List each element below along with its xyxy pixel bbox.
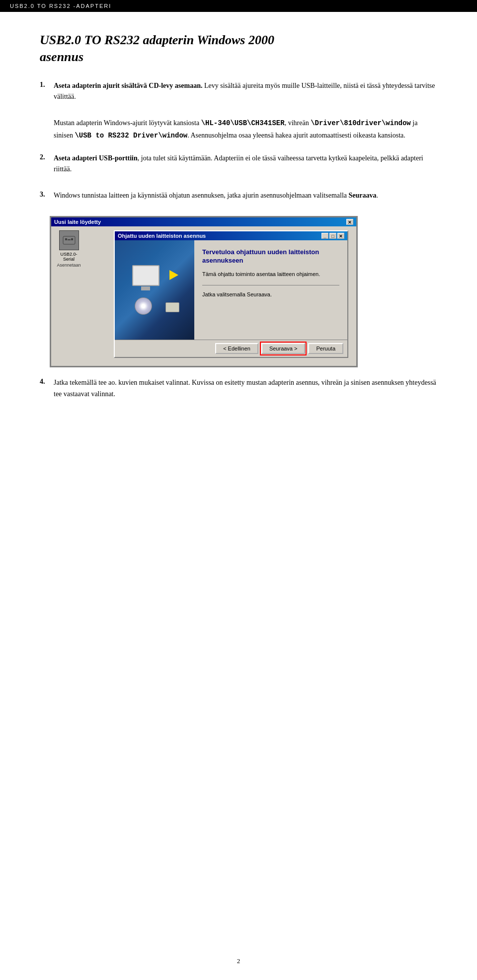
cancel-button[interactable]: Peruuta <box>308 343 343 354</box>
mustan-path2: \Driver\810driver\window <box>311 119 411 127</box>
wizard-divider <box>202 285 339 285</box>
inner-titlebar-buttons: _ □ ✕ <box>321 233 344 239</box>
section-1-heading: Aseta adapterin ajurit sisältävä CD-levy… <box>54 82 202 89</box>
section-2-content: Aseta adapteri USB-porttiin, jota tulet … <box>54 153 437 179</box>
outer-title-text: Uusi laite löydetty <box>54 219 101 225</box>
svg-rect-1 <box>65 238 67 240</box>
svg-rect-3 <box>68 239 71 240</box>
section-3-end: . <box>377 192 379 199</box>
section-4: 4. Jatka tekemällä tee ao. kuvien mukais… <box>40 377 437 404</box>
mustan-text2: , vihreän <box>285 119 311 127</box>
section-1-number: 1. <box>40 81 50 89</box>
wizard-graphic <box>115 240 194 340</box>
inner-minimize-button[interactable]: _ <box>321 233 328 239</box>
header-bar: USB2.0 TO RS232 -ADAPTERI <box>0 0 477 12</box>
section-1: 1. Aseta adapterin ajurit sisältävä CD-l… <box>40 80 437 107</box>
outer-body: USB2.0-Serial Asennetaan Ohjattu uuden l… <box>51 226 356 366</box>
device-label: USB2.0-Serial <box>55 252 82 262</box>
title-usb: USB2.0 TO RS232 <box>40 33 143 47</box>
arrow-shape <box>169 270 178 280</box>
plug-shape <box>165 302 179 312</box>
main-content: USB2.0 TO RS232 adapterin Windows 2000 a… <box>0 12 477 444</box>
section-2: 2. Aseta adapteri USB-porttiin, jota tul… <box>40 153 437 179</box>
inner-maximize-button[interactable]: □ <box>329 233 336 239</box>
wizard-footer-text: Jatka valitsemalla Seuraava. <box>202 291 339 297</box>
section-4-number: 4. <box>40 378 50 386</box>
section-3-content: Windows tunnistaa laitteen ja käynnistää… <box>54 190 437 205</box>
wizard-body: Tervetuloa ohjattuun uuden laitteiston a… <box>115 240 347 340</box>
usb-icon <box>61 232 77 248</box>
header-text: USB2.0 TO RS232 -ADAPTERI <box>10 3 111 9</box>
wizard-heading: Tervetuloa ohjattuun uuden laitteiston a… <box>202 248 339 265</box>
outer-titlebar-buttons: ✕ <box>346 219 353 225</box>
section-1-content: Aseta adapterin ajurit sisältävä CD-levy… <box>54 80 437 107</box>
monitor-stand <box>141 286 150 290</box>
section-3-bold-word: Seuraava <box>349 192 377 199</box>
svg-rect-2 <box>71 238 73 240</box>
inner-titlebar: Ohjattu uuden laitteiston asennus _ □ ✕ <box>115 231 347 240</box>
section-4-content: Jatka tekemällä tee ao. kuvien mukaiset … <box>54 377 437 404</box>
wizard-buttons: < Edellinen Seuraava > Peruuta <box>115 340 347 357</box>
next-button[interactable]: Seuraava > <box>261 343 306 354</box>
wizard-left-panel <box>115 240 194 340</box>
inner-close-button[interactable]: ✕ <box>337 233 344 239</box>
section-2-comma: , jota tulet sitä käyttämään. <box>138 154 213 162</box>
mustan-text1: Mustan adapterin Windows-ajurit löytyvät… <box>54 119 201 127</box>
wizard-right-panel: Tervetuloa ohjattuun uuden laitteiston a… <box>194 240 347 340</box>
section-3-body: Windows tunnistaa laitteen ja käynnistää… <box>54 192 349 199</box>
section-3: 3. Windows tunnistaa laitteen ja käynnis… <box>40 190 437 205</box>
page-title: USB2.0 TO RS232 adapterin Windows 2000 a… <box>40 32 437 66</box>
mustan-path1: \HL-340\USB\CH341SER <box>201 119 285 127</box>
device-section: USB2.0-Serial Asennetaan <box>55 230 82 268</box>
outer-titlebar: Uusi laite löydetty ✕ <box>51 217 356 226</box>
device-status: Asennetaan <box>57 263 80 268</box>
outer-window: Uusi laite löydetty ✕ <box>50 216 357 367</box>
mustan-path3: \USB to RS232 Driver\window <box>75 132 187 140</box>
section-4-text: Jatka tekemällä tee ao. kuvien mukaiset … <box>54 379 436 397</box>
inner-title-text: Ohjattu uuden laitteiston asennus <box>118 233 206 239</box>
wizard-shapes <box>125 258 184 322</box>
monitor-shape <box>132 265 159 286</box>
cd-shape <box>135 297 152 315</box>
wizard-text: Tämä ohjattu toiminto asentaa laitteen o… <box>202 270 339 279</box>
section-2-number: 2. <box>40 153 50 161</box>
page-footer: 2 <box>0 957 477 965</box>
mustan-text4: . Asennusohjelma osaa yleensä hakea ajur… <box>187 132 405 139</box>
section-3-number: 3. <box>40 191 50 199</box>
section-mustan: Mustan adapterin Windows-ajurit löytyvät… <box>54 117 437 142</box>
screenshot-container: Uusi laite löydetty ✕ <box>50 216 358 367</box>
device-icon <box>59 230 79 250</box>
page-number: 2 <box>237 957 240 965</box>
section-2-heading: Aseta adapteri USB-porttiin <box>54 154 138 162</box>
inner-window: Ohjattu uuden laitteiston asennus _ □ ✕ <box>114 230 348 358</box>
outer-close-button[interactable]: ✕ <box>346 219 353 225</box>
back-button[interactable]: < Edellinen <box>215 343 258 354</box>
